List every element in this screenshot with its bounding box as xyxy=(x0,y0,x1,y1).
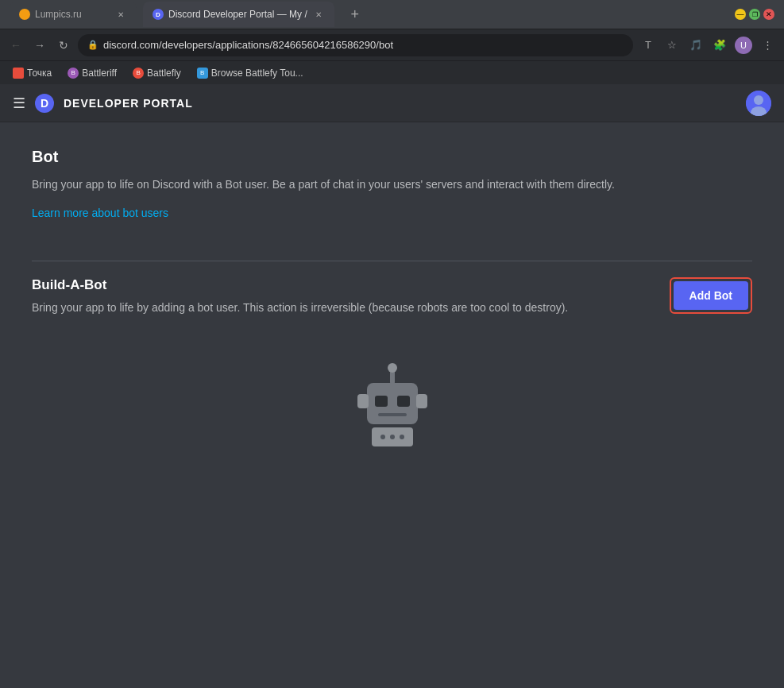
tab-lumpics-label: Lumpics.ru xyxy=(35,9,82,20)
main-content: Bot Bring your app to life on Discord wi… xyxy=(0,122,784,688)
add-bot-button-wrapper: Add Bot xyxy=(670,277,752,314)
refresh-button[interactable]: ↻ xyxy=(54,36,73,55)
hamburger-menu-button[interactable]: ☰ xyxy=(13,95,25,112)
back-button[interactable]: ← xyxy=(6,36,25,55)
svg-rect-7 xyxy=(397,396,410,407)
bookmark-battlefly[interactable]: B Battlefly xyxy=(126,65,187,81)
bookmark-battlefly-label: Battlefly xyxy=(147,68,181,79)
build-a-bot-section: Build-A-Bot Bring your app to life by ad… xyxy=(32,277,752,316)
address-actions: T ☆ 🎵 🧩 U ⋮ xyxy=(638,35,778,56)
bookmark-tochka[interactable]: Точка xyxy=(6,65,58,81)
svg-point-4 xyxy=(388,363,397,373)
window-frame: Lumpics.ru ✕ D Discord Developer Portal … xyxy=(0,0,784,688)
build-a-bot-title: Build-A-Bot xyxy=(32,277,654,293)
lumpics-favicon xyxy=(19,9,30,20)
minimize-button[interactable]: — xyxy=(735,9,746,20)
bookmark-browse-battlefy-label: Browse Battlefy Tou... xyxy=(211,68,303,79)
menu-button[interactable]: ⋮ xyxy=(757,35,778,56)
tab-discord-close[interactable]: ✕ xyxy=(312,8,325,21)
tab-discord-label: Discord Developer Portal — My / xyxy=(168,9,307,20)
svg-rect-8 xyxy=(378,413,407,416)
window-controls: — ❐ ✕ xyxy=(735,9,774,20)
discord-logo: D xyxy=(35,94,54,113)
tab-lumpics-close[interactable]: ✕ xyxy=(114,8,127,21)
discord-nav: ☰ D DEVELOPER PORTAL xyxy=(0,84,784,122)
svg-point-12 xyxy=(380,435,385,439)
bookmark-browse-battlefy-favicon: B xyxy=(197,68,208,79)
bookmark-browse-battlefy[interactable]: B Browse Battlefy Tou... xyxy=(191,65,310,81)
new-tab-button[interactable]: + xyxy=(344,3,366,25)
bookmark-button[interactable]: ☆ xyxy=(662,35,682,56)
section-divider xyxy=(32,261,752,261)
build-a-bot-description: Bring your app to life by adding a bot u… xyxy=(32,300,654,316)
forward-button[interactable]: → xyxy=(30,36,49,55)
tab-discord[interactable]: D Discord Developer Portal — My / ✕ xyxy=(143,2,334,27)
build-a-bot-text: Build-A-Bot Bring your app to life by ad… xyxy=(32,277,654,316)
bookmark-battlefly-favicon: B xyxy=(133,68,144,79)
svg-rect-9 xyxy=(357,394,369,408)
svg-rect-10 xyxy=(416,394,427,408)
extension-puzzle-button[interactable]: 🧩 xyxy=(709,35,730,56)
bookmark-battleriff[interactable]: B Battleriff xyxy=(61,65,123,81)
bookmark-battleriff-label: Battleriff xyxy=(82,68,117,79)
discord-favicon: D xyxy=(153,9,164,20)
portal-title: DEVELOPER PORTAL xyxy=(64,97,193,110)
svg-point-13 xyxy=(390,435,395,439)
robot-svg xyxy=(337,356,448,467)
page-description: Bring your app to life on Discord with a… xyxy=(32,176,715,193)
extension-music-button[interactable]: 🎵 xyxy=(686,35,706,56)
url-text: discord.com/developers/applications/8246… xyxy=(103,39,624,51)
address-bar: ← → ↻ 🔒 discord.com/developers/applicati… xyxy=(0,29,784,60)
restore-button[interactable]: ❐ xyxy=(749,9,760,20)
url-bar[interactable]: 🔒 discord.com/developers/applications/82… xyxy=(78,34,633,56)
svg-point-1 xyxy=(754,95,763,105)
translate-button[interactable]: T xyxy=(638,35,658,56)
robot-illustration xyxy=(32,356,752,467)
add-bot-button[interactable]: Add Bot xyxy=(674,281,748,310)
bookmarks-bar: Точка B Battleriff B Battlefly B Browse … xyxy=(0,60,784,84)
tab-lumpics[interactable]: Lumpics.ru ✕ xyxy=(10,2,137,27)
learn-more-link[interactable]: Learn more about bot users xyxy=(32,207,168,219)
page-title: Bot xyxy=(32,148,752,166)
svg-point-14 xyxy=(400,435,404,439)
title-bar: Lumpics.ru ✕ D Discord Developer Portal … xyxy=(0,0,784,29)
close-button[interactable]: ✕ xyxy=(763,9,774,20)
bookmark-tochka-label: Точка xyxy=(27,68,52,79)
bookmark-battleriff-favicon: B xyxy=(68,68,79,79)
bookmark-tochka-favicon xyxy=(13,68,24,79)
user-avatar[interactable] xyxy=(746,91,771,116)
svg-rect-6 xyxy=(375,396,388,407)
profile-button[interactable]: U xyxy=(733,35,754,56)
lock-icon: 🔒 xyxy=(87,40,98,50)
svg-rect-5 xyxy=(367,383,418,424)
